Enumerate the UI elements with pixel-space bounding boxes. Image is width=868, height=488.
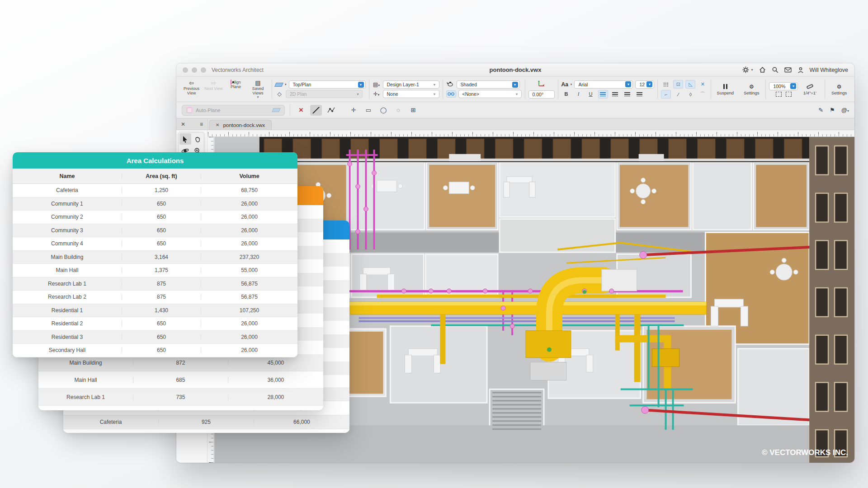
document-title: pontoon-dock.vwx [490,66,542,73]
polyline-mode-button[interactable] [325,105,337,116]
horizontal-ruler [208,130,854,137]
disable-snap-button[interactable]: ✕ [295,105,307,116]
selection-tool-button[interactable] [179,133,191,145]
class-select[interactable]: None ▼ [383,90,439,98]
tab-close-icon[interactable]: ✕ [216,122,219,127]
auto-plane-checkbox[interactable] [187,108,192,113]
single-line-mode-button[interactable] [310,105,322,116]
table-cell-volume: 107,250 [201,307,297,314]
align-left-button[interactable] [598,90,608,99]
area-calculations-panel: Area Calculations Name Area (sq. ft) Vol… [13,152,297,357]
class-icon[interactable]: ✛▾ [373,91,381,97]
table-cell-name: Research Lab 1 [38,394,133,400]
table-row: Research Lab 187556,875 [13,277,297,291]
projection-cube-icon[interactable]: ◇ [275,91,283,97]
table-cell-name: Community 1 [13,201,122,207]
layer-scale-button[interactable]: 1/4"=1' [798,84,821,95]
italic-button[interactable]: I [574,90,584,99]
window-controls[interactable] [183,67,206,73]
palette-header[interactable]: ✕ ≡ [176,118,208,130]
snap-edge-button[interactable]: ⌐ [661,90,671,99]
table-cell-name: Main Building [13,254,122,260]
justify-button[interactable] [635,90,645,99]
rotate-plan-icon[interactable] [538,80,545,89]
rotation-angle-field[interactable]: 0.00° [528,90,555,99]
render-mode-select[interactable]: Shaded ▼ [457,80,520,89]
gear-chevron-icon[interactable]: ▾ [751,68,753,72]
font-style-icon[interactable]: Aa [561,81,568,88]
app-title: Vectorworks Architect [212,67,264,73]
view-mode-select[interactable]: Top/Plan ▼ [289,80,366,89]
view-settings-button[interactable]: ⚙ Settings [828,84,850,95]
search-icon[interactable] [772,66,778,73]
font-select[interactable]: Arial ▼ [574,80,633,89]
auto-plane-label: Auto-Plane [196,108,269,113]
fit-page-icon[interactable] [786,92,792,97]
snap-tangent-button[interactable]: ⌒ [698,90,708,99]
pan-tool-button[interactable] [192,133,203,145]
underline-button[interactable]: U [586,90,596,99]
grid-select-button[interactable]: ⊞ [407,105,419,116]
lasso-marquee-button[interactable]: ◌ [392,105,404,116]
table-cell-area: 875 [122,281,201,287]
snap-distance-button[interactable]: ∕ [673,90,683,99]
render-style-glasses-icon[interactable] [446,90,456,98]
oval-marquee-button[interactable]: ◯ [377,105,389,116]
align-center-button[interactable] [610,90,620,99]
move-by-points-button[interactable]: ✛ [348,105,359,116]
font-style-chevron-icon[interactable]: ▾ [571,83,572,86]
fit-objects-icon[interactable] [776,92,782,97]
font-size-select[interactable]: 12 ▼ [635,80,654,89]
options-at-icon[interactable]: @▾ [841,107,849,113]
render-facade [809,137,854,463]
snap-point-button[interactable]: ◊ [685,90,695,99]
mail-icon[interactable] [784,67,792,73]
align-left-icon [600,92,606,96]
render-background-chevron-icon: ▼ [515,93,520,96]
align-right-button[interactable] [623,90,632,99]
zoom-window-icon[interactable] [201,67,206,73]
table-cell-area: 650 [122,201,201,207]
table-cell-volume: 28,000 [228,394,323,400]
table-cell-area: 735 [133,394,228,400]
zoom-select[interactable]: 100% ▼ [769,82,798,90]
working-plane-chevron-icon[interactable]: ▾ [285,83,287,86]
minimize-window-icon[interactable] [192,67,197,73]
saved-views-button[interactable]: ▤ Saved Views ▾ [247,80,269,99]
publish-flag-icon[interactable]: ⚑ [830,107,835,113]
snap-intersection-button[interactable]: ✕ [698,80,708,89]
render-background-select[interactable]: <None> ▼ [458,90,522,98]
snap-settings-button[interactable]: ⚙ Settings [741,84,762,95]
class-chevron-icon: ▼ [433,93,438,96]
table-row: Cafeteria1,25068,750 [13,184,297,197]
table-cell-name: Cafeteria [13,187,122,193]
render-teapot-icon[interactable] [446,81,454,88]
tool-options-bar: Auto-Plane ✕ ✛ ▭ ◯ ◌ ⊞ ✎ ⚑ @▾ [176,102,854,118]
user-name[interactable]: Will Whiteglove [810,67,848,73]
previous-view-button[interactable]: ⇦ Previous View [181,80,202,99]
snap-object-button[interactable]: ⊡ [673,80,683,89]
plan-mode-select[interactable]: 2D Plan ▼ [286,90,363,98]
bold-button[interactable]: B [561,90,571,99]
design-layer-select[interactable]: Design Layer-1 ▼ [383,80,439,89]
align-plane-button[interactable]: Align Plane [225,80,246,99]
palette-menu-icon[interactable]: ≡ [200,121,203,127]
visibility-pen-icon[interactable]: ✎ [818,107,823,113]
working-plane-icon[interactable] [274,83,283,87]
palette-close-icon[interactable]: ✕ [181,121,185,127]
suspend-snapping-button[interactable]: Suspend [714,84,736,95]
snap-angle-button[interactable]: ◺ [685,80,695,89]
gear-icon[interactable] [742,66,749,73]
next-view-button[interactable]: ⇨ Next View [203,80,224,99]
rectangle-marquee-button[interactable]: ▭ [363,105,374,116]
close-window-icon[interactable] [183,67,188,73]
home-icon[interactable] [759,66,766,73]
auto-plane-field[interactable]: Auto-Plane [182,105,285,116]
table-cell-area: 650 [122,347,201,353]
document-tab[interactable]: ✕ pontoon-dock.vwx [209,120,272,130]
layers-icon[interactable]: ▤▾ [373,81,381,88]
user-icon[interactable] [797,67,804,73]
snap-grid-button[interactable] [661,80,671,89]
render-ceiling [259,137,809,162]
table-row: Community 265026,000 [13,211,297,224]
